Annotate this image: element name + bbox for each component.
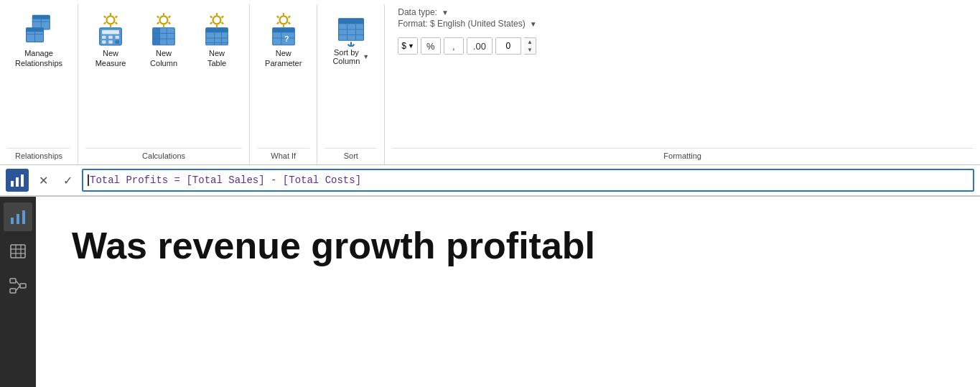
- formula-cancel-button[interactable]: ✕: [33, 170, 53, 190]
- new-table-label: NewTable: [207, 48, 226, 69]
- svg-line-83: [16, 286, 20, 291]
- sort-group-label: Sort: [325, 148, 377, 164]
- svg-line-39: [210, 16, 213, 17]
- content-heading: Was revenue growth profitabl: [72, 225, 595, 266]
- svg-rect-44: [206, 28, 228, 33]
- new-parameter-icon: ?: [266, 12, 301, 47]
- svg-rect-22: [116, 40, 119, 43]
- svg-line-13: [104, 22, 106, 24]
- svg-rect-21: [108, 40, 112, 43]
- svg-line-54: [276, 22, 279, 24]
- sidebar-item-table[interactable]: [4, 237, 32, 266]
- svg-rect-71: [11, 218, 14, 224]
- svg-line-14: [116, 16, 118, 17]
- formatting-controls: $ ▼ % , .00: [398, 37, 536, 55]
- format-dropdown-arrow: ▼: [530, 20, 537, 28]
- svg-line-52: [276, 16, 279, 17]
- svg-rect-19: [116, 36, 119, 39]
- svg-rect-1: [32, 15, 50, 19]
- new-column-button[interactable]: NewColumn: [139, 7, 189, 74]
- decimal-label: .00: [473, 41, 486, 52]
- percent-label: %: [426, 41, 435, 52]
- sidebar-item-model[interactable]: [4, 271, 32, 300]
- svg-rect-18: [108, 36, 112, 39]
- svg-line-27: [169, 22, 171, 24]
- ribbon-group-formatting: Data type: ▼ Format: $ English (United S…: [385, 4, 980, 164]
- new-parameter-button[interactable]: ? NewParameter: [257, 7, 309, 74]
- svg-rect-20: [102, 40, 106, 43]
- svg-point-36: [213, 16, 221, 24]
- svg-rect-57: [272, 28, 294, 33]
- svg-line-12: [116, 22, 118, 24]
- dollar-arrow: ▼: [408, 42, 414, 50]
- decimal-places-spinner: ▲ ▼: [524, 37, 536, 55]
- svg-rect-69: [16, 177, 19, 187]
- chart-view-icon: [6, 169, 29, 192]
- ribbon: Manage Relationships Relationships: [0, 0, 980, 165]
- manage-relationships-label: Manage Relationships: [15, 48, 62, 69]
- sort-by-column-icon: [334, 12, 368, 47]
- svg-rect-70: [21, 174, 24, 187]
- calculations-group-label: Calculations: [85, 148, 242, 164]
- new-table-icon: [200, 12, 234, 47]
- format-label: Format: $ English (United States): [398, 19, 525, 29]
- formatting-top: Data type: ▼ Format: $ English (United S…: [398, 7, 536, 29]
- svg-rect-17: [102, 36, 106, 39]
- decrement-button[interactable]: ▼: [524, 46, 536, 54]
- decimal-places-input[interactable]: [495, 37, 521, 55]
- ribbon-group-relationships: Manage Relationships Relationships: [0, 4, 78, 164]
- svg-rect-80: [10, 289, 16, 293]
- new-table-button[interactable]: NewTable: [192, 7, 242, 74]
- svg-point-49: [279, 16, 287, 24]
- formula-cursor: [88, 174, 89, 186]
- comma-button[interactable]: ,: [444, 37, 464, 55]
- sort-dropdown-arrow: ▼: [363, 53, 369, 60]
- ribbon-group-whatif: ? NewParameter What If: [250, 4, 317, 164]
- percent-button[interactable]: %: [421, 37, 441, 55]
- dollar-dropdown[interactable]: $ ▼: [398, 37, 418, 55]
- svg-rect-81: [20, 284, 26, 288]
- data-type-row: Data type: ▼: [398, 7, 536, 17]
- svg-line-53: [288, 22, 290, 24]
- new-column-icon: [146, 12, 181, 47]
- svg-rect-62: [338, 19, 363, 24]
- svg-point-23: [160, 16, 168, 24]
- svg-line-41: [210, 22, 213, 24]
- sidebar-item-report[interactable]: [4, 202, 32, 231]
- svg-line-82: [16, 281, 20, 286]
- whatif-group-label: What If: [257, 148, 309, 164]
- data-type-dropdown-arrow: ▼: [442, 9, 449, 17]
- svg-rect-68: [11, 181, 14, 187]
- decimal-button[interactable]: .00: [467, 37, 493, 55]
- formula-input-container[interactable]: Total Profits = [Total Sales] - [Total C…: [82, 169, 974, 192]
- ribbon-group-sort: Sort byColumn ▼ Sort: [317, 4, 385, 164]
- relationships-icon: [22, 12, 56, 47]
- main-area: Was revenue growth profitabl: [0, 197, 980, 387]
- sort-by-column-button[interactable]: Sort byColumn ▼: [325, 7, 377, 70]
- manage-relationships-button[interactable]: Manage Relationships: [7, 7, 70, 74]
- new-measure-button[interactable]: NewMeasure: [85, 7, 136, 74]
- svg-line-11: [104, 16, 106, 17]
- svg-rect-74: [11, 245, 25, 258]
- increment-button[interactable]: ▲: [524, 38, 536, 46]
- comma-label: ,: [452, 41, 455, 52]
- svg-point-8: [107, 16, 115, 24]
- sidebar: [0, 197, 36, 387]
- new-column-label: NewColumn: [150, 48, 177, 69]
- formula-confirm-button[interactable]: ✓: [57, 170, 78, 190]
- formatting-group-label: Formatting: [392, 148, 973, 164]
- svg-line-28: [157, 22, 159, 24]
- svg-text:?: ?: [284, 34, 289, 43]
- sort-by-column-label: Sort byColumn ▼: [332, 48, 369, 65]
- sort-by-label-text: Sort byColumn: [332, 48, 360, 65]
- svg-line-26: [157, 16, 159, 17]
- svg-rect-73: [22, 210, 25, 224]
- relationships-group-label: Relationships: [7, 148, 70, 164]
- new-parameter-label: NewParameter: [265, 48, 302, 69]
- data-type-label: Data type:: [398, 7, 437, 17]
- format-row: Format: $ English (United States) ▼: [398, 19, 536, 29]
- svg-line-29: [169, 16, 171, 17]
- svg-line-40: [222, 22, 224, 24]
- svg-rect-16: [102, 30, 119, 34]
- svg-line-55: [288, 16, 290, 17]
